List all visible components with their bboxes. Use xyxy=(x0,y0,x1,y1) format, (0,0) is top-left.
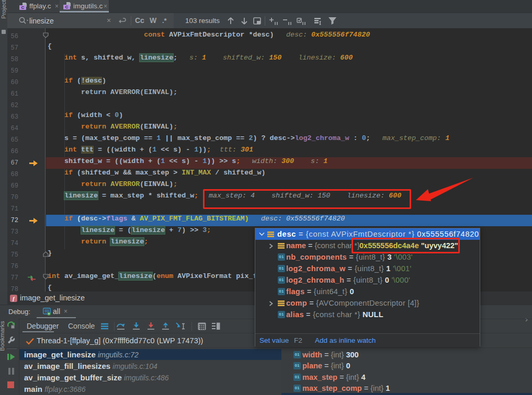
svg-text:C: C xyxy=(65,5,69,9)
svg-text:C: C xyxy=(21,5,25,10)
